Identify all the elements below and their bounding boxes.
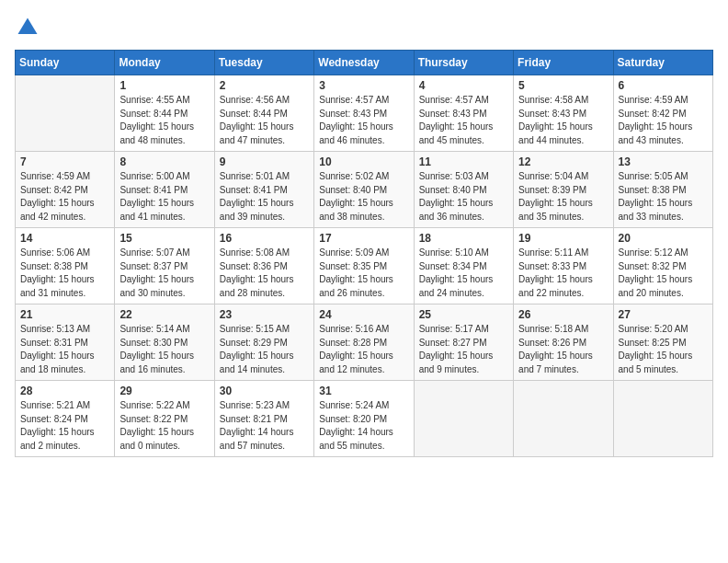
calendar-cell xyxy=(16,75,115,152)
calendar-cell: 9 Sunrise: 5:01 AMSunset: 8:41 PMDayligh… xyxy=(214,152,313,228)
day-info: Sunrise: 5:16 AMSunset: 8:28 PMDaylight:… xyxy=(319,323,408,376)
calendar-cell: 5 Sunrise: 4:58 AMSunset: 8:43 PMDayligh… xyxy=(514,75,613,152)
calendar-cell: 21 Sunrise: 5:13 AMSunset: 8:31 PMDaylig… xyxy=(16,304,115,381)
day-info: Sunrise: 5:15 AMSunset: 8:29 PMDaylight:… xyxy=(220,323,309,376)
day-number: 8 xyxy=(119,155,209,168)
day-info: Sunrise: 5:18 AMSunset: 8:26 PMDaylight:… xyxy=(518,323,608,376)
day-number: 22 xyxy=(119,308,209,321)
calendar-cell: 8 Sunrise: 5:00 AMSunset: 8:41 PMDayligh… xyxy=(115,152,214,228)
day-info: Sunrise: 4:59 AMSunset: 8:42 PMDaylight:… xyxy=(20,170,109,224)
calendar-cell: 18 Sunrise: 5:10 AMSunset: 8:34 PMDaylig… xyxy=(414,228,513,304)
day-number: 12 xyxy=(518,155,608,168)
day-info: Sunrise: 5:24 AMSunset: 8:20 PMDaylight:… xyxy=(319,399,408,453)
calendar-cell: 23 Sunrise: 5:15 AMSunset: 8:29 PMDaylig… xyxy=(214,304,313,381)
day-info: Sunrise: 4:57 AMSunset: 8:43 PMDaylight:… xyxy=(419,94,508,147)
calendar-week-1: 1 Sunrise: 4:55 AMSunset: 8:44 PMDayligh… xyxy=(16,75,713,152)
day-info: Sunrise: 5:20 AMSunset: 8:25 PMDaylight:… xyxy=(619,323,708,376)
calendar-cell: 11 Sunrise: 5:03 AMSunset: 8:40 PMDaylig… xyxy=(414,152,513,228)
day-info: Sunrise: 5:05 AMSunset: 8:38 PMDaylight:… xyxy=(619,170,708,224)
column-header-monday: Monday xyxy=(115,51,214,75)
calendar-cell: 13 Sunrise: 5:05 AMSunset: 8:38 PMDaylig… xyxy=(613,152,712,228)
day-number: 11 xyxy=(419,155,508,168)
calendar-body: 1 Sunrise: 4:55 AMSunset: 8:44 PMDayligh… xyxy=(16,75,713,457)
day-info: Sunrise: 5:06 AMSunset: 8:38 PMDaylight:… xyxy=(20,247,109,300)
calendar-week-2: 7 Sunrise: 4:59 AMSunset: 8:42 PMDayligh… xyxy=(16,152,713,228)
day-number: 30 xyxy=(220,385,309,397)
calendar-cell: 29 Sunrise: 5:22 AMSunset: 8:22 PMDaylig… xyxy=(115,381,214,457)
day-info: Sunrise: 4:59 AMSunset: 8:42 PMDaylight:… xyxy=(619,94,708,147)
svg-marker-1 xyxy=(18,18,38,35)
day-number: 24 xyxy=(319,308,408,321)
day-number: 17 xyxy=(319,232,408,245)
day-info: Sunrise: 5:14 AMSunset: 8:30 PMDaylight:… xyxy=(119,323,209,376)
day-info: Sunrise: 5:22 AMSunset: 8:22 PMDaylight:… xyxy=(119,399,209,453)
day-number: 21 xyxy=(20,308,109,321)
day-number: 16 xyxy=(220,232,309,245)
column-header-tuesday: Tuesday xyxy=(214,51,313,75)
calendar-cell: 16 Sunrise: 5:08 AMSunset: 8:36 PMDaylig… xyxy=(214,228,313,304)
day-info: Sunrise: 5:02 AMSunset: 8:40 PMDaylight:… xyxy=(319,170,408,224)
calendar-cell xyxy=(613,381,712,457)
calendar-cell: 2 Sunrise: 4:56 AMSunset: 8:44 PMDayligh… xyxy=(214,75,313,152)
calendar-cell: 17 Sunrise: 5:09 AMSunset: 8:35 PMDaylig… xyxy=(314,228,414,304)
column-header-friday: Friday xyxy=(514,51,613,75)
calendar-cell: 24 Sunrise: 5:16 AMSunset: 8:28 PMDaylig… xyxy=(314,304,414,381)
day-number: 6 xyxy=(619,79,708,92)
day-info: Sunrise: 4:55 AMSunset: 8:44 PMDaylight:… xyxy=(119,94,209,147)
column-header-thursday: Thursday xyxy=(414,51,513,75)
day-number: 9 xyxy=(220,155,309,168)
day-number: 5 xyxy=(518,79,608,92)
day-info: Sunrise: 5:12 AMSunset: 8:32 PMDaylight:… xyxy=(619,247,708,300)
day-number: 15 xyxy=(119,232,209,245)
day-number: 18 xyxy=(419,232,508,245)
day-info: Sunrise: 5:08 AMSunset: 8:36 PMDaylight:… xyxy=(220,247,309,300)
column-header-sunday: Sunday xyxy=(16,51,115,75)
day-info: Sunrise: 5:09 AMSunset: 8:35 PMDaylight:… xyxy=(319,247,408,300)
calendar-cell: 7 Sunrise: 4:59 AMSunset: 8:42 PMDayligh… xyxy=(16,152,115,228)
calendar-cell: 22 Sunrise: 5:14 AMSunset: 8:30 PMDaylig… xyxy=(115,304,214,381)
calendar-header: SundayMondayTuesdayWednesdayThursdayFrid… xyxy=(16,51,713,75)
column-header-wednesday: Wednesday xyxy=(314,51,414,75)
day-number: 27 xyxy=(619,308,708,321)
day-info: Sunrise: 5:01 AMSunset: 8:41 PMDaylight:… xyxy=(220,170,309,224)
day-number: 1 xyxy=(119,79,209,92)
logo xyxy=(15,15,44,40)
day-number: 28 xyxy=(20,385,109,397)
calendar-cell: 14 Sunrise: 5:06 AMSunset: 8:38 PMDaylig… xyxy=(16,228,115,304)
day-number: 26 xyxy=(518,308,608,321)
calendar-cell: 26 Sunrise: 5:18 AMSunset: 8:26 PMDaylig… xyxy=(514,304,613,381)
day-info: Sunrise: 5:17 AMSunset: 8:27 PMDaylight:… xyxy=(419,323,508,376)
calendar-cell: 20 Sunrise: 5:12 AMSunset: 8:32 PMDaylig… xyxy=(613,228,712,304)
day-number: 31 xyxy=(319,385,408,397)
calendar-week-3: 14 Sunrise: 5:06 AMSunset: 8:38 PMDaylig… xyxy=(16,228,713,304)
day-number: 19 xyxy=(518,232,608,245)
day-number: 10 xyxy=(319,155,408,168)
calendar-cell: 28 Sunrise: 5:21 AMSunset: 8:24 PMDaylig… xyxy=(16,381,115,457)
day-number: 29 xyxy=(119,385,209,397)
calendar-week-4: 21 Sunrise: 5:13 AMSunset: 8:31 PMDaylig… xyxy=(16,304,713,381)
day-number: 13 xyxy=(619,155,708,168)
day-number: 20 xyxy=(619,232,708,245)
page-header xyxy=(15,15,713,40)
logo-icon xyxy=(15,15,40,40)
day-number: 4 xyxy=(419,79,508,92)
calendar-week-5: 28 Sunrise: 5:21 AMSunset: 8:24 PMDaylig… xyxy=(16,381,713,457)
calendar-cell xyxy=(514,381,613,457)
calendar-cell: 31 Sunrise: 5:24 AMSunset: 8:20 PMDaylig… xyxy=(314,381,414,457)
calendar-cell: 15 Sunrise: 5:07 AMSunset: 8:37 PMDaylig… xyxy=(115,228,214,304)
day-info: Sunrise: 5:10 AMSunset: 8:34 PMDaylight:… xyxy=(419,247,508,300)
calendar-cell: 30 Sunrise: 5:23 AMSunset: 8:21 PMDaylig… xyxy=(214,381,313,457)
calendar-cell: 6 Sunrise: 4:59 AMSunset: 8:42 PMDayligh… xyxy=(613,75,712,152)
day-info: Sunrise: 5:04 AMSunset: 8:39 PMDaylight:… xyxy=(518,170,608,224)
calendar-cell: 19 Sunrise: 5:11 AMSunset: 8:33 PMDaylig… xyxy=(514,228,613,304)
day-info: Sunrise: 4:56 AMSunset: 8:44 PMDaylight:… xyxy=(220,94,309,147)
day-number: 23 xyxy=(220,308,309,321)
calendar-cell xyxy=(414,381,513,457)
day-number: 14 xyxy=(20,232,109,245)
calendar-cell: 12 Sunrise: 5:04 AMSunset: 8:39 PMDaylig… xyxy=(514,152,613,228)
calendar-cell: 1 Sunrise: 4:55 AMSunset: 8:44 PMDayligh… xyxy=(115,75,214,152)
day-info: Sunrise: 5:23 AMSunset: 8:21 PMDaylight:… xyxy=(220,399,309,453)
day-info: Sunrise: 5:21 AMSunset: 8:24 PMDaylight:… xyxy=(20,399,109,453)
day-number: 3 xyxy=(319,79,408,92)
calendar-cell: 4 Sunrise: 4:57 AMSunset: 8:43 PMDayligh… xyxy=(414,75,513,152)
